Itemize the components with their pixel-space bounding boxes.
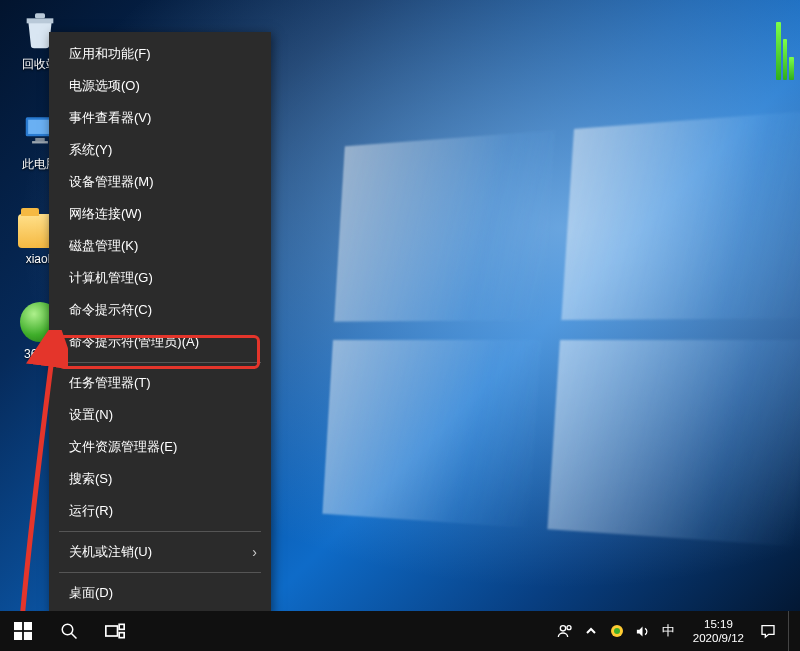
menu-item-file-explorer[interactable]: 文件资源管理器(E) xyxy=(49,431,271,463)
menu-separator xyxy=(59,362,261,363)
task-view-button[interactable] xyxy=(92,611,138,651)
menu-item-device-manager[interactable]: 设备管理器(M) xyxy=(49,166,271,198)
menu-item-settings[interactable]: 设置(N) xyxy=(49,399,271,431)
clock-date: 2020/9/12 xyxy=(693,631,744,645)
menu-item-network-connections[interactable]: 网络连接(W) xyxy=(49,198,271,230)
menu-item-command-prompt[interactable]: 命令提示符(C) xyxy=(49,294,271,326)
360-tray-icon xyxy=(610,624,624,638)
menu-item-event-viewer[interactable]: 事件查看器(V) xyxy=(49,102,271,134)
menu-item-label: 应用和功能(F) xyxy=(69,46,151,62)
menu-item-desktop[interactable]: 桌面(D) xyxy=(49,577,271,609)
search-button[interactable] xyxy=(46,611,92,651)
svg-rect-3 xyxy=(35,138,45,141)
volume-icon xyxy=(635,624,650,639)
menu-item-label: 文件资源管理器(E) xyxy=(69,439,177,455)
menu-item-system[interactable]: 系统(Y) xyxy=(49,134,271,166)
action-center-icon xyxy=(760,623,776,639)
tray-ime[interactable]: 中 xyxy=(659,611,679,651)
wallpaper-windows-logo xyxy=(321,108,800,569)
winx-menu: 应用和功能(F) 电源选项(O) 事件查看器(V) 系统(Y) 设备管理器(M)… xyxy=(49,32,271,615)
task-view-icon xyxy=(105,623,125,639)
people-icon xyxy=(557,623,573,639)
menu-item-label: 运行(R) xyxy=(69,503,113,519)
volume-meter-overlay xyxy=(776,22,794,80)
svg-rect-12 xyxy=(119,624,124,629)
chevron-up-icon xyxy=(585,625,597,637)
svg-point-9 xyxy=(62,624,73,635)
svg-rect-11 xyxy=(106,626,118,636)
start-button[interactable] xyxy=(0,611,46,651)
menu-item-run[interactable]: 运行(R) xyxy=(49,495,271,527)
menu-item-label: 命令提示符(管理员)(A) xyxy=(69,334,199,350)
windows-logo-icon xyxy=(14,622,32,640)
menu-item-computer-management[interactable]: 计算机管理(G) xyxy=(49,262,271,294)
menu-item-command-prompt-admin[interactable]: 命令提示符(管理员)(A) xyxy=(49,326,271,358)
tray-360-icon[interactable] xyxy=(607,611,627,651)
tray-people[interactable] xyxy=(555,611,575,651)
desktop[interactable]: 回收站 此电脑 xiaob 360安 应用和功能(F) 电源选项(O) 事件查看… xyxy=(0,0,800,651)
menu-item-label: 网络连接(W) xyxy=(69,206,142,222)
menu-item-label: 任务管理器(T) xyxy=(69,375,151,391)
svg-rect-8 xyxy=(24,632,32,640)
menu-item-label: 事件查看器(V) xyxy=(69,110,151,126)
menu-item-label: 命令提示符(C) xyxy=(69,302,152,318)
svg-point-17 xyxy=(614,628,620,634)
clock-time: 15:19 xyxy=(693,617,744,631)
menu-item-label: 电源选项(O) xyxy=(69,78,140,94)
ime-label: 中 xyxy=(662,622,675,640)
menu-item-label: 磁盘管理(K) xyxy=(69,238,138,254)
svg-rect-5 xyxy=(14,622,22,630)
menu-item-label: 搜索(S) xyxy=(69,471,112,487)
chevron-right-icon: › xyxy=(252,544,257,560)
tray-clock[interactable]: 15:19 2020/9/12 xyxy=(685,617,752,645)
menu-item-apps-features[interactable]: 应用和功能(F) xyxy=(49,38,271,70)
menu-item-label: 计算机管理(G) xyxy=(69,270,153,286)
search-icon xyxy=(60,622,78,640)
svg-line-10 xyxy=(71,633,76,638)
menu-item-task-manager[interactable]: 任务管理器(T) xyxy=(49,367,271,399)
menu-item-label: 桌面(D) xyxy=(69,585,113,601)
menu-item-power-options[interactable]: 电源选项(O) xyxy=(49,70,271,102)
svg-rect-7 xyxy=(14,632,22,640)
menu-separator xyxy=(59,531,261,532)
svg-point-15 xyxy=(567,626,571,630)
svg-rect-4 xyxy=(32,141,48,143)
menu-item-label: 关机或注销(U) xyxy=(69,544,152,560)
tray-action-center[interactable] xyxy=(758,611,778,651)
svg-rect-13 xyxy=(119,633,124,638)
menu-item-shutdown-signout[interactable]: 关机或注销(U) › xyxy=(49,536,271,568)
menu-item-label: 系统(Y) xyxy=(69,142,112,158)
tray-chevron-up[interactable] xyxy=(581,611,601,651)
menu-separator xyxy=(59,572,261,573)
menu-item-label: 设置(N) xyxy=(69,407,113,423)
svg-rect-6 xyxy=(24,622,32,630)
taskbar: 中 15:19 2020/9/12 xyxy=(0,611,800,651)
svg-rect-0 xyxy=(35,13,45,18)
svg-point-14 xyxy=(560,626,565,631)
menu-item-label: 设备管理器(M) xyxy=(69,174,154,190)
show-desktop-button[interactable] xyxy=(788,611,794,651)
tray-volume[interactable] xyxy=(633,611,653,651)
menu-item-search[interactable]: 搜索(S) xyxy=(49,463,271,495)
menu-item-disk-management[interactable]: 磁盘管理(K) xyxy=(49,230,271,262)
